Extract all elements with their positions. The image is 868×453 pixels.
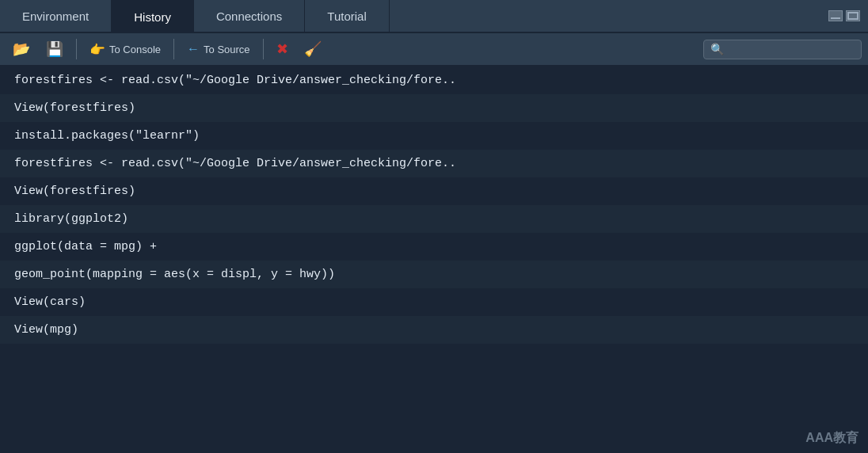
list-item[interactable]: View(forestfires) bbox=[0, 94, 868, 122]
list-item[interactable]: forestfires <- read.csv("~/Google Drive/… bbox=[0, 67, 868, 94]
toolbar-separator-2 bbox=[173, 39, 174, 59]
save-button[interactable]: 💾 bbox=[40, 39, 70, 59]
to-source-icon: ← bbox=[187, 42, 200, 56]
search-icon: 🔍 bbox=[710, 43, 724, 56]
to-console-icon: 👉 bbox=[89, 42, 105, 57]
search-box: 🔍 bbox=[703, 40, 862, 59]
list-item[interactable]: install.packages("learnr") bbox=[0, 122, 868, 150]
to-console-label: To Console bbox=[109, 44, 161, 55]
toolbar-separator-3 bbox=[263, 39, 264, 59]
list-item[interactable]: geom_point(mapping = aes(x = displ, y = … bbox=[0, 261, 868, 288]
toolbar: 📂 💾 👉 To Console ← To Source ✖ 🧹 🔍 bbox=[0, 33, 868, 67]
tab-environment[interactable]: Environment bbox=[0, 0, 112, 32]
history-content: forestfires <- read.csv("~/Google Drive/… bbox=[0, 67, 868, 453]
toolbar-separator-1 bbox=[76, 39, 77, 59]
list-item[interactable]: View(forestfires) bbox=[0, 177, 868, 205]
search-input[interactable] bbox=[729, 44, 855, 55]
save-icon: 💾 bbox=[46, 42, 63, 56]
tab-tutorial[interactable]: Tutorial bbox=[305, 0, 389, 32]
list-item[interactable]: ggplot(data = mpg) + bbox=[0, 233, 868, 261]
list-item[interactable]: forestfires <- read.csv("~/Google Drive/… bbox=[0, 150, 868, 177]
tab-bar: Environment History Connections Tutorial bbox=[0, 0, 868, 33]
window-controls bbox=[828, 0, 868, 32]
tab-connections[interactable]: Connections bbox=[194, 0, 305, 32]
list-item[interactable]: library(ggplot2) bbox=[0, 205, 868, 233]
watermark: AAA教育 bbox=[805, 430, 858, 447]
broom-icon: 🧹 bbox=[304, 42, 322, 56]
minimize-button[interactable] bbox=[828, 10, 843, 21]
maximize-button[interactable] bbox=[846, 10, 860, 21]
delete-icon: ✖ bbox=[276, 42, 288, 56]
list-item[interactable]: View(mpg) bbox=[0, 316, 868, 344]
to-console-button[interactable]: 👉 To Console bbox=[83, 39, 167, 60]
clear-button[interactable]: 🧹 bbox=[298, 39, 328, 59]
load-button[interactable]: 📂 bbox=[6, 39, 36, 59]
list-item[interactable]: View(cars) bbox=[0, 288, 868, 316]
load-icon: 📂 bbox=[13, 42, 30, 56]
to-source-button[interactable]: ← To Source bbox=[181, 39, 257, 59]
delete-button[interactable]: ✖ bbox=[270, 39, 295, 59]
tab-history[interactable]: History bbox=[112, 0, 194, 32]
to-source-label: To Source bbox=[204, 44, 250, 55]
